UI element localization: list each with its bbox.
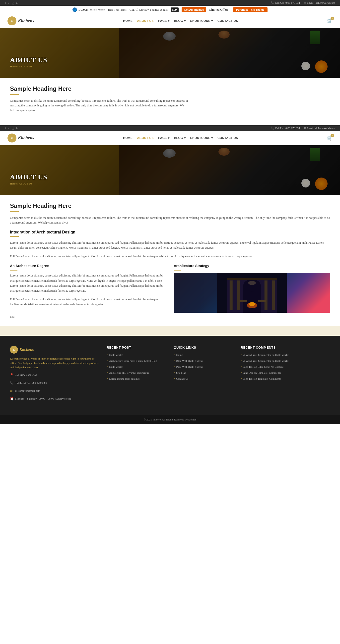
recent-comment-item-2: A WordPress Commenter on Hello world! bbox=[241, 359, 330, 363]
logo[interactable]: K Kitchens bbox=[8, 16, 34, 25]
nav-shortcode[interactable]: SHORTCODE ▾ bbox=[190, 19, 213, 23]
svg-rect-12 bbox=[227, 278, 277, 280]
main-heading: Sample Heading Here bbox=[10, 85, 189, 92]
intro-text: Companies seem to dislike the term 'turn… bbox=[10, 98, 189, 113]
hero-title-2: ABOUT US bbox=[10, 173, 47, 181]
site-header: K Kitchens HOME ABOUT US PAGE ▾ BLOG ▾ S… bbox=[0, 14, 340, 28]
nav-about-2[interactable]: ABOUT US bbox=[137, 136, 154, 140]
footer-about-col: K Kitchens Kitchens brings 11 years of i… bbox=[10, 346, 99, 405]
quick-link-1[interactable]: Home bbox=[174, 353, 233, 357]
footer-quick-links-col: QUICK LINKS Home Blog With Right Sidebar… bbox=[174, 346, 233, 405]
luzuk-name: LUZUK bbox=[78, 8, 88, 11]
quick-links-title: QUICK LINKS bbox=[174, 346, 233, 349]
footer-email: ✉ design@youemail.com bbox=[10, 389, 99, 395]
recent-post-link-3[interactable]: Hello world! bbox=[107, 365, 166, 369]
footer-address-text: 456 New Lane , CA bbox=[15, 373, 37, 376]
left-column: An Architecture Degree Lorem ipsum dolor… bbox=[10, 264, 166, 313]
nav-home-2[interactable]: HOME bbox=[123, 136, 132, 140]
recent-comment-link-4[interactable]: Jane Doe on Template: Comments bbox=[241, 371, 330, 375]
col-left-text-2: Full Fusce Lorem ipsum dolor sit amet, c… bbox=[10, 297, 166, 307]
nav-about[interactable]: ABOUT US bbox=[137, 19, 154, 23]
twitter-icon[interactable]: t bbox=[9, 2, 9, 4]
footer-grid: K Kitchens Kitchens brings 11 years of i… bbox=[10, 346, 330, 405]
footer-hours: ⏰ Monday – Saturday : 09.00 – 08.00 ,Sun… bbox=[10, 397, 99, 403]
footer-logo-text: Kitchens bbox=[20, 347, 34, 352]
hero-breadcrumb-2: Home › ABOUT US bbox=[10, 182, 47, 185]
quick-link-4[interactable]: Site Map bbox=[174, 371, 233, 375]
body-text-2: Full Fusce Lorem ipsum dolor sit amet, c… bbox=[10, 254, 330, 259]
recent-post-link-4[interactable]: Adipiscing elit. Vivamus eu pharetra bbox=[107, 371, 166, 375]
cart-badge: 0 bbox=[330, 17, 334, 20]
footer-address: 📍 456 New Lane , CA bbox=[10, 373, 99, 379]
top-bar: f t ig in 📞 Call Us: +089 678 034 ✉ Emai… bbox=[0, 0, 340, 6]
recent-post-item-3: Hello world! bbox=[107, 365, 166, 369]
facebook-icon-2[interactable]: f bbox=[5, 126, 6, 130]
logo-circle-2: K bbox=[8, 134, 17, 142]
nav-blog[interactable]: BLOG ▾ bbox=[174, 19, 186, 23]
logo-icon-text-2: K bbox=[11, 137, 13, 139]
nav-home[interactable]: HOME bbox=[123, 19, 132, 23]
footer-desc-text: brings 11 years of interior designs expe… bbox=[10, 357, 98, 369]
promo-text: Get All Our 50+ Themes at Just bbox=[129, 8, 168, 12]
quick-link-3[interactable]: Page With Right Sidebar bbox=[174, 365, 233, 369]
recent-post-link-1[interactable]: Hello world! bbox=[107, 353, 166, 357]
svg-point-13 bbox=[248, 281, 256, 285]
purchase-theme-button[interactable]: Purchase This Theme bbox=[233, 7, 267, 12]
hero-section: ABOUT US Home › ABOUT US bbox=[0, 28, 340, 78]
nav-contact-2[interactable]: CONTACT US bbox=[218, 136, 238, 140]
svg-rect-5 bbox=[272, 280, 275, 310]
body-text-1: Lorem ipsum dolor sit amet, consectetur … bbox=[10, 240, 330, 250]
recent-post-link-2[interactable]: Architecture WordPress Theme Latest Blog bbox=[107, 359, 166, 363]
limited-offer-text: Limited Offer! bbox=[209, 8, 228, 12]
right-column: Architecture Strategy bbox=[174, 264, 330, 313]
top-bar-2: f t ig in 📞 Call Us: +089 678 034 ✉ Emai… bbox=[0, 125, 340, 131]
recent-comment-link-1[interactable]: A WordPress Commenter on Hello world! bbox=[241, 353, 330, 357]
svg-point-9 bbox=[249, 302, 255, 306]
col-left-text-1: Lorem ipsum dolor sit amet, consectetur … bbox=[10, 273, 166, 294]
copyright-text: © 2021 Interrio, All Rights Reserved by … bbox=[144, 418, 197, 421]
nav-page[interactable]: PAGE ▾ bbox=[158, 19, 169, 23]
nav-page-2[interactable]: PAGE ▾ bbox=[158, 136, 169, 140]
logo-text-2: Kitchens bbox=[18, 135, 34, 140]
facebook-icon[interactable]: f bbox=[5, 2, 6, 4]
edit-link[interactable]: Edit bbox=[10, 315, 330, 318]
recent-comment-link-3[interactable]: John Doe on Edge Case: No Content bbox=[241, 365, 330, 369]
quick-link-2[interactable]: Blog With Right Sidebar bbox=[174, 359, 233, 363]
intro-text-2: Companies seem to dislike the term 'turn… bbox=[10, 216, 330, 225]
footer-phone-text: +9923456781, 088 678 6789 bbox=[15, 381, 47, 384]
logo-text: Kitchens bbox=[18, 18, 34, 24]
nav-shortcode-2[interactable]: SHORTCODE ▾ bbox=[190, 136, 213, 140]
cart-icon[interactable]: 🛒 0 bbox=[327, 18, 332, 24]
linkedin-icon[interactable]: in bbox=[16, 2, 19, 4]
recent-comment-link-2[interactable]: A WordPress Commenter on Hello world! bbox=[241, 359, 330, 363]
footer-brand-name: Kitchens bbox=[10, 357, 20, 360]
twitter-icon-2[interactable]: t bbox=[9, 126, 9, 130]
email-label: ✉ Email: kichensworld.com bbox=[304, 1, 335, 4]
hero-section-2: ABOUT US Home › ABOUT US bbox=[0, 145, 340, 195]
quick-link-5[interactable]: Contact Us bbox=[174, 377, 233, 381]
recent-comments-title: RECENT COMMENTS bbox=[241, 346, 330, 349]
linkedin-icon-2[interactable]: in bbox=[16, 126, 19, 130]
instagram-icon-2[interactable]: ig bbox=[12, 126, 14, 130]
recent-post-title: RECENT POST bbox=[107, 346, 166, 349]
breadcrumb-current: ABOUT US bbox=[19, 65, 32, 68]
social-icons-2: f t ig in bbox=[5, 126, 19, 130]
instagram-icon[interactable]: ig bbox=[12, 2, 14, 4]
globe-icon: 🌐 bbox=[73, 8, 77, 12]
breadcrumb-home-2[interactable]: Home bbox=[10, 182, 17, 185]
hide-frame-button[interactable]: Hide This Frame bbox=[108, 8, 126, 11]
get-themes-button[interactable]: Get All Themes bbox=[182, 7, 207, 12]
breadcrumb-home[interactable]: Home bbox=[10, 65, 17, 68]
nav-blog-2[interactable]: BLOG ▾ bbox=[174, 136, 186, 140]
sub-heading-gold-bar bbox=[10, 236, 19, 237]
footer-description: Kitchens brings 11 years of interior des… bbox=[10, 356, 99, 370]
recent-post-list: Hello world! Architecture WordPress Them… bbox=[107, 353, 166, 381]
recent-post-link-5[interactable]: Lorem ipsum dolor sit amet bbox=[107, 377, 166, 381]
footer-logo-circle: K bbox=[10, 346, 18, 354]
nav-contact[interactable]: CONTACT US bbox=[218, 19, 238, 23]
recent-comment-link-5[interactable]: John Doe on Template: Comments bbox=[241, 377, 330, 381]
logo-2[interactable]: K Kitchens bbox=[8, 134, 34, 142]
svg-rect-10 bbox=[239, 300, 247, 302]
cart-icon-2[interactable]: 🛒 0 bbox=[327, 135, 332, 141]
logo-circle: K bbox=[8, 16, 17, 25]
